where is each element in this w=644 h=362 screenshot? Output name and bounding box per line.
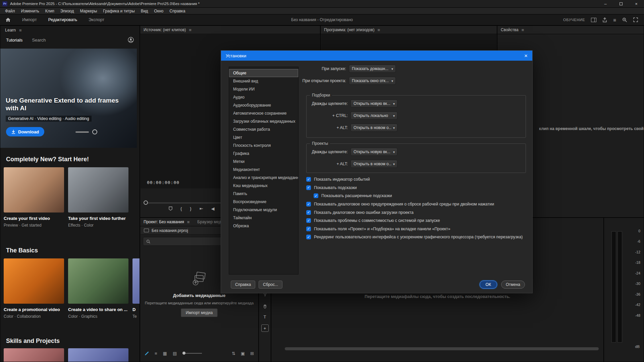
preference-dropdown[interactable]: Показать домашн... ▾ [349, 65, 396, 73]
checkbox[interactable]: ✓ [306, 218, 311, 223]
freeform-view-button[interactable]: ▤ [173, 351, 177, 356]
preferences-category[interactable]: Аудио [229, 93, 298, 101]
project-panel-title[interactable]: Проект: Без названия [144, 220, 184, 224]
preference-dropdown[interactable]: Открыть новую вк... ▾ [351, 100, 397, 108]
panel-menu-icon[interactable]: ≡ [522, 27, 524, 33]
dialog-close-button[interactable]: × [524, 53, 528, 59]
go-to-in-button[interactable]: ⇤ [200, 206, 203, 211]
preferences-category[interactable]: Память [229, 190, 298, 198]
type-tool-button[interactable]: T [259, 314, 271, 319]
mark-out-button[interactable]: } [190, 206, 191, 211]
preferences-category[interactable]: Анализ и транскрипция медиаданных [229, 174, 298, 182]
preference-checkbox-row[interactable]: ✓ Показать индикатор событий [306, 175, 525, 184]
preferences-category[interactable]: Цвет [229, 133, 298, 141]
preferences-category[interactable]: Кэш медиаданных [229, 182, 298, 190]
preferences-category[interactable]: Графика [229, 149, 298, 158]
panel-menu-icon[interactable]: ≡ [189, 27, 192, 33]
menu-item[interactable]: Изменить [18, 8, 42, 14]
preferences-category[interactable]: Общие [229, 69, 298, 77]
preference-dropdown[interactable]: Открыть в новом о... ▾ [351, 124, 397, 132]
panel-stack-menu-button[interactable]: ≡ [613, 17, 616, 23]
source-scrub-knob[interactable] [144, 200, 148, 205]
mark-in-button[interactable]: { [180, 206, 182, 211]
help-button[interactable]: Справка [231, 281, 255, 289]
preference-checkbox-row[interactable]: ✓ Показывать подсказки [306, 184, 525, 192]
ok-button[interactable]: ОК [480, 281, 497, 289]
preferences-category[interactable]: Автоматическое сохранение [229, 109, 298, 117]
menu-item[interactable]: Вид [138, 8, 151, 14]
preferences-category[interactable]: Воспроизведение [229, 198, 298, 206]
import-media-button[interactable]: Импорт медиа [181, 308, 218, 317]
checkbox[interactable]: ✓ [306, 185, 311, 190]
preferences-category[interactable]: Подключаемые модули [229, 206, 298, 214]
checkbox[interactable]: ✓ [306, 235, 311, 239]
panel-menu-icon[interactable]: ≡ [187, 220, 190, 225]
preference-checkbox-row[interactable]: ✓ Показывать диалоговое окно предупрежде… [306, 200, 525, 208]
checkbox[interactable]: ✓ [314, 193, 318, 198]
hand-tool-button[interactable] [259, 304, 271, 309]
panel-menu-icon[interactable]: ≡ [19, 28, 22, 33]
progress-knob[interactable] [92, 129, 97, 134]
preferences-category[interactable]: Обрезка [229, 222, 298, 230]
download-button[interactable]: Download [6, 127, 44, 136]
dialog-titlebar[interactable]: Установки × [221, 51, 532, 61]
workspace-tab[interactable]: Редактировать [44, 14, 82, 25]
add-marker-button[interactable] [169, 206, 172, 211]
cancel-button[interactable]: Отмена [501, 281, 525, 289]
tutorial-card[interactable]: Take your first video further Effects · … [68, 167, 128, 228]
menu-item[interactable]: Справка [166, 8, 188, 14]
menu-item[interactable]: Графика и титры [100, 8, 138, 14]
tab-tutorials[interactable]: Tutorials [6, 38, 22, 43]
list-view-button[interactable]: ≡ [155, 351, 157, 356]
tutorial-card-partial[interactable] [68, 348, 128, 362]
preference-checkbox-row[interactable]: ✓ Показывать расширенные подсказки [306, 192, 525, 200]
preferences-category[interactable]: Внешний вид [229, 77, 298, 85]
preference-dropdown[interactable]: Открыть в новом о... ▾ [351, 160, 397, 168]
preferences-category[interactable]: Аудиооборудование [229, 101, 298, 109]
preference-dropdown[interactable]: Открыть локально ▾ [351, 112, 397, 120]
close-button[interactable]: × [629, 0, 644, 7]
checkbox[interactable]: ✓ [306, 202, 311, 206]
sort-button[interactable]: ⇅ [232, 351, 235, 356]
preferences-category[interactable]: Метки [229, 158, 298, 166]
tutorial-card-partial[interactable] [4, 348, 64, 362]
checkbox[interactable]: ✓ [306, 177, 311, 182]
featured-tutorial-card[interactable]: Use Generative Extend to add frames with… [0, 49, 137, 148]
menu-item[interactable]: Окно [151, 8, 166, 14]
menu-item[interactable]: Маркеры [77, 8, 100, 14]
fullscreen-button[interactable] [633, 17, 638, 22]
edit-pencil-button[interactable] [145, 351, 149, 356]
new-item-button[interactable]: ⊞ [250, 351, 254, 356]
learn-mode-button[interactable]: ОБУЧЕНИЕ [563, 18, 585, 22]
step-back-button[interactable]: ◀ [211, 206, 215, 211]
reset-button[interactable]: Сброс... [259, 281, 282, 289]
preferences-category[interactable]: Таймлайн [229, 214, 298, 222]
icon-view-button[interactable]: ▦ [163, 351, 167, 356]
preferences-category[interactable]: Загрузки облачных медиаданных [229, 117, 298, 125]
thumbnail-size-slider[interactable] [182, 353, 202, 354]
preferences-category[interactable]: Плоскость контроля [229, 141, 298, 149]
workspace-tab[interactable]: Импорт [17, 14, 42, 25]
tutorial-card-partial[interactable]: D Te [132, 258, 140, 319]
tab-search[interactable]: Search [32, 38, 46, 43]
new-bin-button[interactable]: ▣ [241, 351, 245, 356]
profile-avatar[interactable] [128, 37, 134, 43]
tutorial-card[interactable]: Create a video to share on ... Color · G… [68, 258, 128, 319]
preferences-category[interactable]: Совместная работа [229, 125, 298, 133]
workspace-layout-button[interactable] [591, 18, 596, 22]
preference-checkbox-row[interactable]: ✓ Показать диалоговое окно ошибки загруз… [306, 208, 525, 217]
preferences-category[interactable]: Модели ИИ [229, 85, 298, 93]
preference-checkbox-row[interactable]: ✓ Показывать поля «Проект» и «Подборка» … [306, 225, 525, 233]
tutorial-card[interactable]: Create your first video Preview · Get st… [4, 167, 64, 228]
tutorial-card[interactable]: Create a promotional video Color · Colla… [4, 258, 64, 319]
timeline-scrollbar[interactable] [285, 347, 599, 350]
checkbox[interactable]: ✓ [306, 210, 311, 215]
home-button[interactable] [5, 17, 11, 22]
quick-export-button[interactable] [602, 17, 607, 22]
slider-knob[interactable] [182, 352, 185, 355]
menu-item[interactable]: Клип [42, 8, 57, 14]
menu-item[interactable]: Файл [2, 8, 18, 14]
preference-checkbox-row[interactable]: ✓ Показывать проблемы с совместимостью с… [306, 217, 525, 225]
workspace-tab[interactable]: Экспорт [84, 14, 109, 25]
menu-item[interactable]: Эпизод [57, 8, 77, 14]
